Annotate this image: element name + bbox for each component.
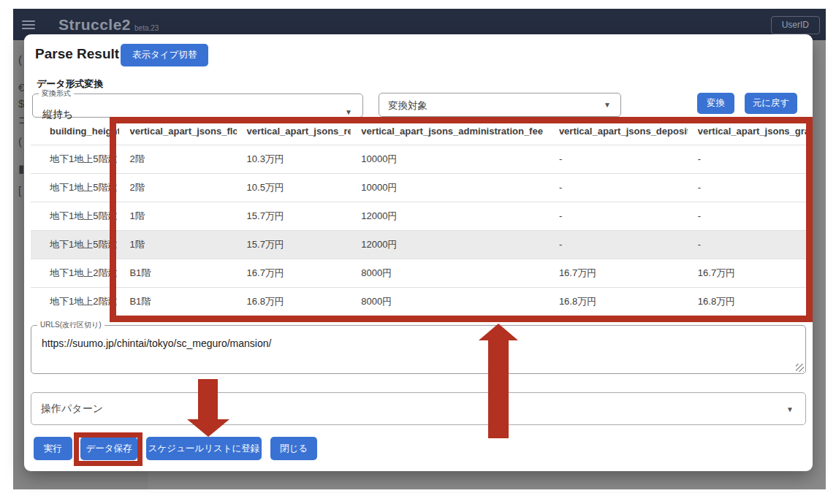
table-cell: 地下1地上5階建 bbox=[31, 202, 119, 230]
annotation-rect-save-button bbox=[74, 432, 142, 466]
background-fragment-icon: ( bbox=[18, 135, 22, 148]
conversion-format-label: 変換形式 bbox=[39, 88, 74, 99]
background-fragment-icon: ( bbox=[18, 53, 22, 66]
table-cell: 地下1地上2階建 bbox=[31, 287, 119, 316]
chevron-down-icon: ▼ bbox=[604, 101, 611, 109]
conversion-target-placeholder: 変換対象 bbox=[388, 99, 428, 112]
conversion-format-select[interactable]: 変換形式 縦持ち ▼ bbox=[32, 88, 363, 118]
dialog-title: Parse Result bbox=[35, 46, 119, 62]
table-cell: 地下1地上5階建 bbox=[31, 230, 119, 259]
column-header: building_height bbox=[31, 118, 119, 145]
register-schedule-button[interactable]: スケジュールリストに登録 bbox=[146, 437, 262, 460]
operation-pattern-select[interactable]: 操作パターン ▼ bbox=[31, 392, 806, 425]
annotation-up-arrow-head bbox=[479, 324, 518, 340]
table-cell: 地下1地上5階建 bbox=[31, 173, 119, 202]
chevron-down-icon: ▼ bbox=[345, 108, 352, 116]
userid-button[interactable]: UserID bbox=[771, 16, 820, 34]
run-button[interactable]: 実行 bbox=[34, 437, 72, 460]
annotation-up-arrow bbox=[488, 339, 509, 438]
chevron-down-icon: ▼ bbox=[786, 405, 794, 413]
resize-grip-icon[interactable] bbox=[796, 364, 804, 372]
urls-textarea[interactable]: URLS(改行区切り) https://suumo.jp/chintai/tok… bbox=[31, 320, 806, 374]
annotation-down-arrow bbox=[198, 379, 218, 420]
revert-button[interactable]: 元に戻す bbox=[745, 93, 797, 114]
app-title: Struccle2 bbox=[58, 16, 131, 34]
conversion-target-select[interactable]: 変換対象 ▼ bbox=[379, 93, 621, 117]
convert-button[interactable]: 変換 bbox=[697, 93, 734, 114]
screen: ( € $ ⊐ ( ▮ [ Struccle2 beta.23 UserID P… bbox=[0, 0, 836, 504]
annotation-down-arrow-head bbox=[187, 419, 229, 437]
urls-label: URLS(改行区切り) bbox=[37, 320, 104, 330]
toggle-display-type-button[interactable]: 表示タイプ切替 bbox=[121, 44, 208, 66]
hamburger-icon[interactable] bbox=[22, 20, 35, 29]
close-button[interactable]: 閉じる bbox=[270, 437, 317, 460]
background-fragment-icon: [ bbox=[18, 184, 21, 196]
annotation-rect-table bbox=[110, 117, 813, 322]
table-cell: 地下1地上2階建 bbox=[31, 259, 119, 287]
app-version: beta.23 bbox=[134, 24, 159, 32]
operation-pattern-placeholder: 操作パターン bbox=[41, 402, 103, 416]
urls-value: https://suumo.jp/chintai/tokyo/sc_meguro… bbox=[42, 337, 271, 349]
table-cell: 地下1地上5階建 bbox=[31, 145, 119, 173]
